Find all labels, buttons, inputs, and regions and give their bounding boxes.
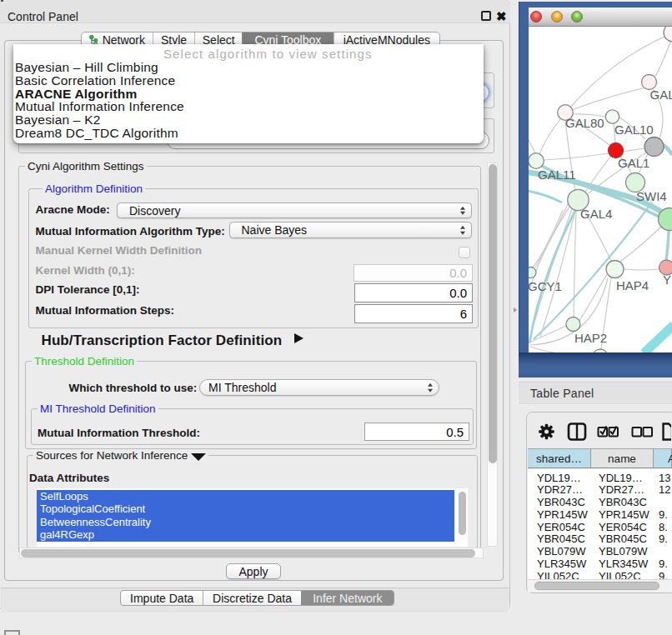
mi-threshold-label: Mutual Information Threshold: <box>38 427 200 440</box>
node-hap4[interactable] <box>606 261 624 278</box>
node-label: GAL80 <box>565 116 604 130</box>
network-canvas[interactable]: GAL7 GAL80 GAL10 GAL1 GAL11 SWI4 GAL4 GC… <box>529 27 672 352</box>
apply-button[interactable]: Apply <box>226 563 281 579</box>
zoom-traffic-light-icon[interactable] <box>571 11 583 22</box>
cell-name: YBL079W <box>592 546 655 558</box>
tab-discretize-data[interactable]: Discretize Data <box>203 591 300 605</box>
node[interactable] <box>664 27 672 42</box>
minimize-traffic-light-icon[interactable] <box>551 11 563 22</box>
tab-discretize-data-label: Discretize Data <box>213 592 292 605</box>
node-label: HAP2 <box>574 331 607 345</box>
table-row[interactable]: YPR145W YPR145W 9. <box>528 509 672 522</box>
list-item[interactable]: SelfLoops <box>37 490 454 502</box>
mi-steps-field[interactable]: 6 <box>354 304 473 323</box>
node-hap2[interactable] <box>566 318 580 332</box>
kernel-width-label: Kernel Width (0,1): <box>36 264 135 278</box>
show-columns-icon[interactable] <box>599 427 619 437</box>
hub-definition-label: Hub/Transcription Factor Definition <box>42 332 283 348</box>
table-row[interactable]: YDL19… YDL19… 13 <box>528 472 672 485</box>
cell-shared: YPR145W <box>528 509 592 522</box>
threshold-definition-title: Threshold Definition <box>32 355 137 368</box>
popup-item[interactable]: Basic Correlation Inference <box>13 74 484 88</box>
expand-arrow-icon[interactable] <box>294 333 303 343</box>
network-graph: GAL7 GAL80 GAL10 GAL1 GAL11 SWI4 GAL4 GC… <box>529 27 672 352</box>
splitter-arrow-icon[interactable] <box>514 308 517 312</box>
kernel-width-value: 0.0 <box>449 266 467 280</box>
table-toolbar <box>527 412 671 448</box>
list-item[interactable]: BetweennessCentrality <box>37 516 454 528</box>
cell-value: 9. <box>655 509 668 522</box>
node-label: SWI4 <box>636 189 667 203</box>
node-gal11[interactable] <box>529 153 544 169</box>
cell-name: YBR045C <box>592 533 655 546</box>
gear-icon[interactable] <box>539 424 554 440</box>
cell-shared: YIL052C <box>528 571 592 579</box>
popup-item[interactable]: Bayesian – Hill Climbing <box>13 61 484 74</box>
popup-item[interactable]: Mutual Information Inference <box>13 100 484 113</box>
node-label: GAL10 <box>614 122 654 137</box>
cell-name: YDR27… <box>592 484 655 497</box>
table-row[interactable]: YDR27… YDR27… 12 <box>528 484 672 497</box>
data-attributes-list[interactable]: SelfLoops TopologicalCoefficient Between… <box>37 488 468 547</box>
screen-corner-artifact <box>1 0 3 2</box>
node[interactable] <box>644 138 664 157</box>
close-icon[interactable]: ✖ <box>496 9 507 24</box>
close-traffic-light-icon[interactable] <box>530 11 542 22</box>
node-label: GAL4 <box>580 207 612 221</box>
network-view-titlebar[interactable] <box>529 8 672 27</box>
table-row[interactable]: YIL052C YIL052C 9. <box>528 571 672 579</box>
cell-name: YLR345W <box>592 558 655 571</box>
table-row[interactable]: YBL079W YBL079W <box>528 546 672 558</box>
table-row[interactable]: YBR045C YBR045C 9. <box>528 533 672 546</box>
popup-item[interactable]: Bayesian – K2 <box>13 113 484 127</box>
tab-infer-network[interactable]: Infer Network <box>301 591 394 605</box>
float-window-icon[interactable] <box>481 11 491 21</box>
cell-value: 9. <box>655 571 668 579</box>
mi-threshold-field[interactable]: 0.5 <box>364 422 469 441</box>
cell-value <box>655 497 659 509</box>
algorithm-definition-title: Algorithm Definition <box>43 182 145 195</box>
node-label: Y <box>663 272 671 287</box>
column-header-name[interactable]: name <box>591 449 654 468</box>
cell-name: YBR043C <box>592 497 655 509</box>
list-item[interactable]: TopologicalCoefficient <box>37 502 454 515</box>
mi-type-value: Naive Bayes <box>242 223 308 237</box>
popup-item-selected[interactable]: ARACNE Algorithm <box>13 88 484 101</box>
mi-threshold-value: 0.5 <box>446 425 464 439</box>
manual-kernel-checkbox[interactable] <box>459 247 470 258</box>
tab-impute-data[interactable]: Impute Data <box>121 591 203 605</box>
node-gcy1[interactable] <box>529 268 536 278</box>
which-threshold-combobox[interactable]: MI Threshold <box>199 379 439 396</box>
column-header-partial[interactable]: A <box>654 449 672 468</box>
table-row[interactable]: YLR345W YLR345W 9. <box>528 558 672 571</box>
settings-hscrollbar-thumb[interactable] <box>21 549 475 558</box>
mi-steps-value: 6 <box>460 307 467 321</box>
aracne-mode-combobox[interactable]: Discovery <box>117 202 472 218</box>
table-hscrollbar-thumb[interactable] <box>534 582 659 590</box>
sources-group-title: Sources for Network Inference <box>33 449 208 462</box>
list-scrollbar-thumb[interactable] <box>459 492 466 535</box>
list-item[interactable]: gal4RGexp <box>37 528 454 541</box>
collapse-arrow-icon[interactable] <box>191 453 206 461</box>
column-header-shared-name[interactable]: shared… <box>528 449 591 468</box>
cell-shared: YBL079W <box>528 546 592 558</box>
settings-vscrollbar-thumb[interactable] <box>489 164 497 463</box>
cell-value <box>655 546 659 558</box>
dpi-tolerance-field[interactable]: 0.0 <box>354 283 473 302</box>
tab-infer-network-label: Infer Network <box>313 592 382 605</box>
cell-name: YDL19… <box>592 472 655 485</box>
split-view-icon[interactable] <box>569 424 585 440</box>
mi-type-combobox[interactable]: Naive Bayes <box>229 222 472 238</box>
table-panel-title: Table Panel <box>530 387 594 400</box>
hide-columns-icon[interactable] <box>633 428 653 437</box>
document-icon[interactable] <box>664 424 672 440</box>
node-gal10[interactable] <box>605 110 619 123</box>
algorithm-dropdown-popup: Select algorithm to view settings Bayesi… <box>13 44 484 143</box>
kernel-width-field[interactable]: 0.0 <box>354 264 473 282</box>
popup-item[interactable]: Dream8 DC_TDC Algorithm <box>13 127 484 140</box>
cell-name: YPR145W <box>592 509 655 522</box>
which-threshold-value: MI Threshold <box>208 381 276 394</box>
table-row[interactable]: YBR043C YBR043C <box>528 497 672 509</box>
mi-steps-label: Mutual Information Steps: <box>36 304 175 318</box>
table-row[interactable]: YER054C YER054C 8. <box>528 522 672 534</box>
